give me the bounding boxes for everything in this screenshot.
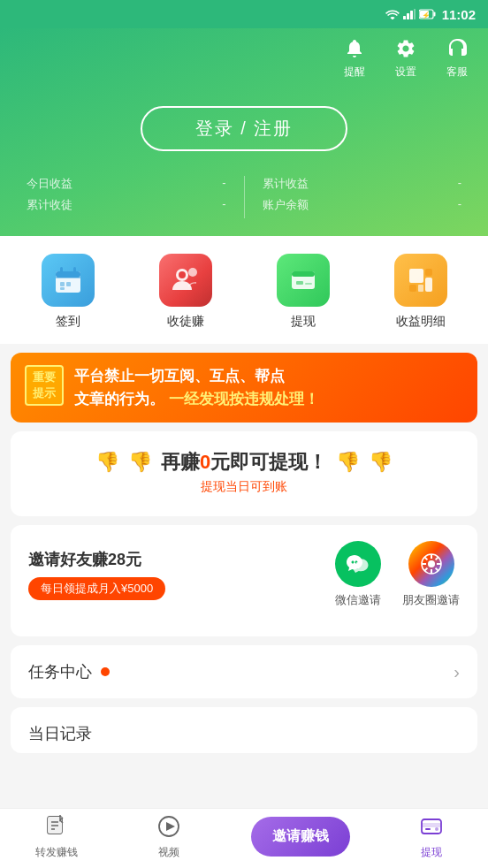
svg-line-34 (423, 557, 427, 560)
login-section: 登录 / 注册 (18, 106, 470, 151)
video-icon (156, 814, 181, 842)
wechat-invite-button[interactable]: 微信邀请 (335, 541, 381, 608)
total-students-value: - (222, 197, 225, 213)
svg-rect-47 (425, 828, 431, 830)
stats-divider (244, 176, 245, 218)
svg-rect-1 (407, 13, 409, 19)
nav-bell[interactable]: 提醒 (341, 35, 368, 80)
svg-rect-0 (403, 16, 406, 19)
nav-invite-center-button[interactable]: 邀请赚钱 (251, 817, 350, 857)
action-earn-students[interactable]: 收徒赚 (159, 254, 212, 330)
cashout-label: 提现 (421, 845, 442, 860)
nav-cashout[interactable]: 提现 (400, 814, 462, 860)
headset-icon (444, 35, 470, 62)
withdraw-label: 提现 (291, 314, 316, 330)
svg-rect-23 (409, 269, 423, 283)
withdraw-title: 再赚0元即可提现！ (161, 449, 327, 476)
action-withdraw[interactable]: 提现 (277, 254, 330, 330)
task-center-title: 任务中心 (28, 661, 92, 682)
withdraw-hint-card: 👎 👎 再赚0元即可提现！ 👎 👎 提现当日可到账 (11, 431, 477, 516)
withdraw-suffix: 元即可提现！ (210, 451, 327, 473)
account-balance-row: 账户余额 - (263, 197, 462, 213)
wechat-invite-label: 微信邀请 (335, 592, 381, 608)
svg-rect-27 (418, 285, 423, 292)
banner-tag-bottom: 提示 (33, 385, 56, 401)
invite-badge: 每日领提成月入¥5000 (28, 577, 165, 600)
nav-settings[interactable]: 设置 (393, 35, 419, 80)
thumb-down-left2-icon: 👎 (128, 451, 152, 474)
svg-rect-26 (425, 278, 432, 292)
today-earnings-value: - (222, 176, 225, 192)
signal-icon (403, 9, 416, 19)
banner-tag: 重要 提示 (25, 365, 64, 406)
svg-rect-5 (433, 12, 435, 17)
stats-left: 今日收益 - 累计收徒 - (27, 176, 226, 218)
bell-icon (341, 35, 368, 62)
svg-rect-2 (410, 11, 413, 19)
total-earnings-label: 累计收益 (263, 176, 309, 192)
wechat-icon (335, 541, 381, 587)
video-label: 视频 (158, 845, 179, 860)
today-earnings-row: 今日收益 - (27, 176, 226, 192)
account-balance-label: 账户余额 (263, 197, 309, 213)
svg-line-37 (423, 568, 427, 572)
chevron-right-icon: › (454, 662, 460, 682)
total-students-label: 累计收徒 (27, 197, 72, 213)
important-banner: 重要 提示 平台禁止一切互阅、互点、帮点 文章的行为。 一经发现按违规处理！ (11, 353, 477, 423)
svg-point-48 (435, 827, 438, 831)
task-left: 任务中心 (28, 661, 110, 682)
quick-actions: 签到 收徒赚 (0, 236, 488, 344)
invite-actions: 微信邀请 (335, 541, 460, 608)
banner-text: 平台禁止一切互阅、互点、帮点 文章的行为。 一经发现按违规处理！ (74, 365, 463, 410)
action-earnings-detail[interactable]: 收益明细 (394, 254, 447, 330)
stats-right: 累计收益 - 账户余额 - (263, 176, 462, 218)
svg-rect-12 (73, 267, 76, 274)
earn-students-icon (159, 254, 212, 307)
total-earnings-row: 累计收益 - (263, 176, 462, 192)
svg-rect-9 (56, 271, 80, 278)
sign-in-label: 签到 (56, 314, 80, 330)
withdraw-subtitle: 提现当日可到账 (28, 479, 460, 495)
svg-point-18 (179, 271, 186, 278)
settings-label: 设置 (395, 65, 416, 80)
wifi-icon (385, 9, 400, 19)
svg-rect-25 (409, 285, 416, 292)
svg-rect-20 (292, 271, 315, 277)
svg-point-17 (188, 268, 197, 277)
login-register-button[interactable]: 登录 / 注册 (141, 106, 348, 151)
svg-rect-11 (60, 267, 63, 274)
total-students-row: 累计收徒 - (27, 197, 226, 213)
svg-rect-21 (296, 281, 303, 285)
nav-share[interactable]: 转发赚钱 (26, 813, 88, 860)
task-notification-dot (101, 667, 110, 676)
withdraw-icon (277, 254, 330, 307)
svg-point-29 (428, 560, 435, 567)
banner-highlight: 一经发现按违规处理！ (169, 391, 319, 407)
nav-video[interactable]: 视频 (138, 814, 200, 860)
earnings-detail-label: 收益明细 (396, 314, 446, 330)
nav-service[interactable]: 客服 (444, 35, 470, 80)
service-label: 客服 (446, 65, 468, 80)
status-bar: ⚡ 11:02 (0, 0, 488, 28)
bell-label: 提醒 (344, 65, 365, 80)
svg-rect-3 (414, 9, 416, 19)
invite-title: 邀请好友赚28元 (28, 549, 165, 570)
moments-invite-button[interactable]: 朋友圈邀请 (402, 541, 460, 608)
action-sign-in[interactable]: 签到 (42, 254, 95, 330)
task-center-card[interactable]: 任务中心 › (11, 645, 477, 698)
app-container: ⚡ 11:02 提醒 (0, 0, 488, 833)
status-icons: ⚡ (385, 9, 437, 19)
svg-text:⚡: ⚡ (422, 11, 431, 19)
banner-sub-text: 文章的行为。 (74, 391, 164, 407)
thumb-down-right-icon: 👎 (336, 451, 360, 474)
invite-top: 邀请好友赚28元 每日领提成月入¥5000 微信邀请 (28, 541, 460, 608)
svg-rect-14 (66, 282, 71, 286)
top-nav: 提醒 设置 客服 (0, 28, 488, 236)
main-content: 签到 收徒赚 (0, 236, 488, 833)
gear-icon (393, 35, 419, 62)
share-icon (45, 813, 68, 842)
withdraw-zero: 0 (200, 451, 210, 473)
stats-row: 今日收益 - 累计收徒 - 累计收益 - 账户余额 (18, 176, 470, 218)
svg-line-35 (435, 568, 438, 572)
svg-rect-13 (60, 282, 65, 286)
